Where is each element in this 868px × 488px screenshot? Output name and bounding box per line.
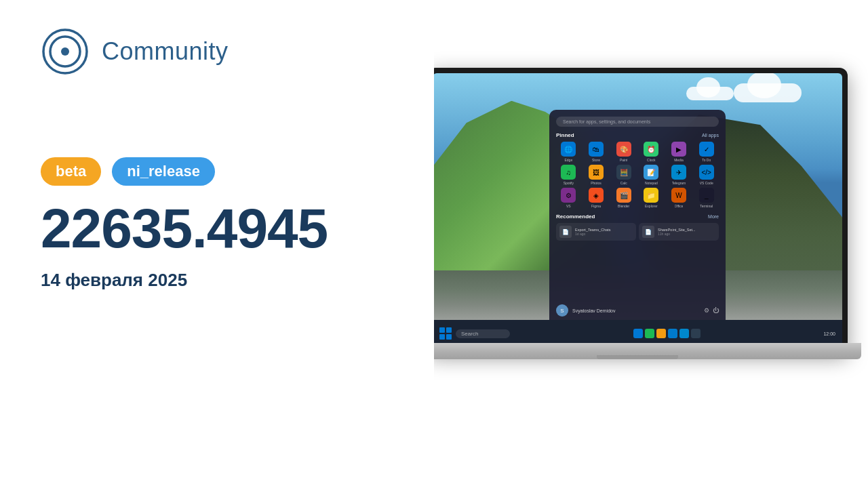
pinned-mediaplayer[interactable]: ▶ Media: [667, 142, 692, 162]
recommended-grid: 📄 Export_Teams_Chats 1d ago 📄: [556, 223, 719, 241]
pinned-title: Pinned: [556, 132, 574, 138]
right-panel: Search for apps, settings, and documents…: [434, 0, 868, 488]
pinned-todo[interactable]: ✓ To Do: [694, 142, 719, 162]
rec-item-1[interactable]: 📄 Export_Teams_Chats 1d ago: [556, 223, 636, 241]
logo-text: Community: [102, 37, 229, 66]
pinned-header: Pinned All apps: [556, 132, 719, 138]
taskbar-icon-photos[interactable]: [656, 329, 666, 338]
user-avatar: S: [556, 304, 568, 317]
version-number: 22635.4945: [41, 199, 393, 258]
pinned-store[interactable]: 🛍 Store: [584, 142, 609, 162]
pinned-telegram[interactable]: ✈ Telegram: [667, 165, 692, 185]
recommended-title: Recommended: [556, 214, 595, 220]
pinned-grid: 🌐 Edge 🛍 Store 🎨 Paint: [556, 142, 719, 208]
start-button[interactable]: [439, 327, 452, 340]
community-logo-icon: [41, 27, 90, 76]
clock-icon: ⏰: [644, 142, 658, 157]
logo-area: Community: [41, 27, 393, 76]
taskbar-time: 12:00: [823, 331, 835, 336]
pinned-msoffice[interactable]: W Office: [667, 188, 692, 208]
store-icon: 🛍: [589, 142, 604, 157]
pinned-notepad[interactable]: 📝 Notepad: [639, 165, 664, 185]
photos-icon: 🖼: [589, 165, 604, 180]
taskbar-icon-edge[interactable]: [633, 329, 643, 338]
msoffice-icon: W: [671, 188, 686, 203]
pinned-photos[interactable]: 🖼 Photos: [584, 165, 609, 185]
power-icons: ⚙ ⏻: [704, 307, 719, 314]
pinned-explorer[interactable]: 📁 Explorer: [639, 188, 664, 208]
todo-icon: ✓: [699, 142, 714, 157]
all-apps-link[interactable]: All apps: [702, 133, 719, 138]
beta-tag: beta: [41, 157, 101, 186]
recommended-header: Recommended More: [556, 214, 719, 220]
release-date: 14 февраля 2025: [41, 270, 393, 291]
power-icon[interactable]: ⏻: [713, 307, 719, 314]
explorer-icon: 📁: [644, 188, 658, 203]
rec-item-2[interactable]: 📄 SharePoint_Site_Set... 11h ago: [639, 223, 719, 241]
figma-icon: ◈: [589, 188, 604, 203]
taskbar-icon-telegram[interactable]: [679, 329, 689, 338]
laptop-screen-bezel: Search for apps, settings, and documents…: [434, 68, 848, 352]
telegram-icon: ✈: [671, 165, 686, 180]
cloud-2: [686, 87, 734, 100]
tags-row: beta ni_release: [41, 157, 393, 186]
blender-icon: 🎬: [616, 188, 631, 203]
notepad-icon: 📝: [644, 165, 658, 180]
pinned-clock[interactable]: ⏰ Clock: [639, 142, 664, 162]
pinned-edge[interactable]: 🌐 Edge: [556, 142, 581, 162]
left-panel: Community beta ni_release 22635.4945 14 …: [0, 0, 434, 488]
taskbar-icon-spotify[interactable]: [645, 329, 654, 338]
start-user-bar: S Svyatoslav Demidov ⚙ ⏻: [556, 304, 719, 317]
calculator-icon: 🧮: [616, 165, 631, 180]
rec-icon-2: 📄: [642, 226, 654, 238]
terminal-icon: _: [699, 188, 714, 203]
taskbar-icon-misc[interactable]: [691, 329, 701, 338]
edge-icon: 🌐: [561, 142, 576, 157]
pinned-vs[interactable]: ⚙ VS: [556, 188, 581, 208]
start-menu: Search for apps, settings, and documents…: [549, 110, 726, 320]
settings-power-icon[interactable]: ⚙: [704, 307, 709, 314]
pinned-figma[interactable]: ◈ Figma: [584, 188, 609, 208]
windows-desktop: Search for apps, settings, and documents…: [434, 73, 842, 347]
taskbar-icon-vscode[interactable]: [668, 329, 677, 338]
laptop-screen: Search for apps, settings, and documents…: [434, 73, 842, 347]
vs-icon: ⚙: [561, 188, 576, 203]
taskbar-right: 12:00: [823, 331, 835, 336]
spotify-icon: ♫: [561, 165, 576, 180]
svg-point-2: [61, 47, 69, 56]
pinned-spotify[interactable]: ♫ Spotify: [556, 165, 581, 185]
more-link[interactable]: More: [708, 214, 719, 219]
taskbar-left: Search: [439, 327, 510, 340]
pinned-calc[interactable]: 🧮 Calc: [611, 165, 636, 185]
rec-icon-1: 📄: [559, 226, 572, 238]
laptop-container: Search for apps, settings, and documents…: [434, 68, 868, 447]
pinned-vscode[interactable]: </> VS Code: [694, 165, 719, 185]
username-label: Svyatoslav Demidov: [572, 308, 700, 313]
paint-icon: 🎨: [616, 142, 631, 157]
taskbar-icons: [633, 329, 701, 338]
pinned-paint[interactable]: 🎨 Paint: [611, 142, 636, 162]
taskbar-search[interactable]: Search: [456, 329, 510, 338]
release-tag: ni_release: [112, 157, 215, 186]
laptop-base: [434, 343, 861, 359]
pinned-blender[interactable]: 🎬 Blender: [611, 188, 636, 208]
laptop-outer: Search for apps, settings, and documents…: [434, 68, 861, 359]
pinned-terminal[interactable]: _ Terminal: [694, 188, 719, 208]
start-search-bar[interactable]: Search for apps, settings, and documents: [556, 117, 719, 127]
cloud-1: [734, 83, 802, 102]
vscode-icon: </>: [699, 165, 714, 180]
mediaplayer-icon: ▶: [671, 142, 686, 157]
